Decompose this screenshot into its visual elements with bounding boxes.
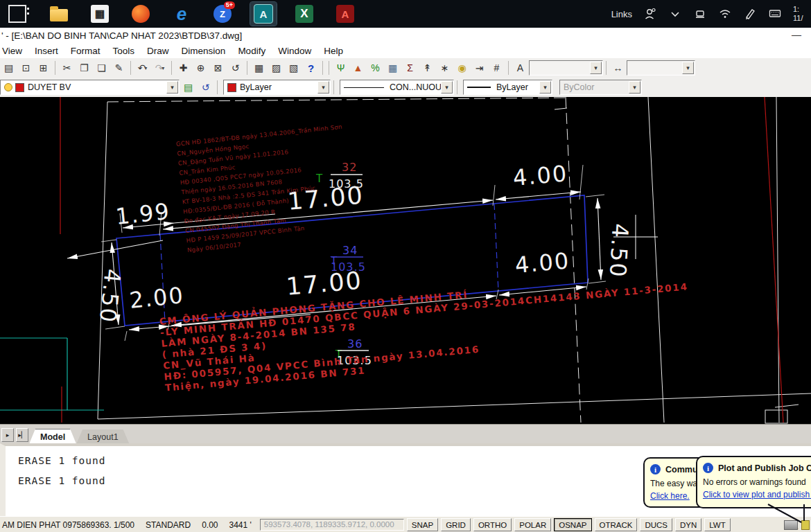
toggle-grid[interactable]: GRID [441, 518, 471, 531]
globe-button[interactable]: ◉ [454, 60, 470, 76]
touch-keyboard-icon[interactable] [768, 7, 782, 21]
hatch-grid-button[interactable]: # [489, 60, 505, 76]
color-combo[interactable]: ByLayer [223, 80, 331, 95]
toggle-osnap[interactable]: OSNAP [554, 518, 591, 531]
parcel-label-34[interactable]: T 34 103.5 [330, 244, 366, 274]
dim-style-button[interactable]: ↔ [610, 60, 626, 76]
pen-icon[interactable] [743, 7, 757, 21]
toggle-otrack[interactable]: OTRACK [595, 518, 638, 531]
leader-button[interactable]: ⇥ [471, 60, 487, 76]
block-editor-button[interactable]: ▧ [286, 60, 302, 76]
lineweight-combo[interactable]: ByLayer [463, 80, 552, 95]
toggle-ducs[interactable]: DUCS [640, 518, 672, 531]
chevron-down-icon[interactable] [668, 7, 682, 21]
menu-draw[interactable]: Draw [141, 44, 175, 57]
tab-layout1[interactable]: Layout1 [76, 429, 129, 444]
toolbar-separator [55, 61, 55, 75]
zoom-previous-button[interactable]: ↺ [227, 60, 243, 76]
balloon-link[interactable]: Click to view plot and publish det [703, 490, 811, 499]
calculator-icon: ▦ [91, 5, 109, 23]
menu-view[interactable]: View [0, 44, 28, 57]
dim-style-icon: ↔ [613, 62, 623, 73]
zoom-window-icon: ⊠ [214, 62, 223, 73]
survey-point-button[interactable]: Ψ [333, 60, 349, 76]
match-properties-button[interactable]: ✎ [111, 60, 127, 76]
taskbar-clock[interactable]: 1: 11/ [793, 5, 808, 23]
notification-badge: 5+ [224, 1, 235, 9]
sum-area-button[interactable]: Σ [402, 60, 418, 76]
toolbar-separator [333, 80, 334, 94]
model-space[interactable]: 1.99 17.00 4.00 4.50 4.50 2.00 17.00 4.0… [0, 97, 811, 424]
taskbar-acrobat[interactable]: A [332, 2, 358, 26]
taskbar-file-explorer[interactable] [46, 2, 72, 26]
dim-style-combo[interactable] [627, 60, 695, 76]
wifi-icon[interactable] [718, 7, 732, 21]
taskbar-browser[interactable] [128, 2, 154, 26]
taskbar-autocad[interactable]: A [250, 2, 277, 26]
color-swatch [227, 83, 236, 92]
linetype-combo[interactable]: CON...NUOUS [340, 80, 454, 95]
tab-nav-last-button[interactable]: ▸▏ [16, 428, 28, 442]
text-style-combo[interactable] [529, 60, 603, 76]
annotation-block-bottom[interactable]: CM ÔNG LÝ QUẢN PHONG TẶNG CHO LÊ MINH TR… [159, 268, 693, 393]
redo-dropdown-arrow: ▾ [162, 65, 164, 71]
menu-format[interactable]: Format [64, 44, 107, 57]
menu-insert[interactable]: Insert [28, 44, 64, 57]
drawing-canvas[interactable]: 1.99 17.00 4.00 4.50 4.50 2.00 17.00 4.0… [0, 97, 811, 424]
text-style-button[interactable]: A [512, 60, 528, 76]
zoom-window-button[interactable]: ⊠ [210, 60, 226, 76]
zoom-realtime-button[interactable]: ⊕ [193, 60, 209, 76]
redo-button[interactable]: ↷▾ [152, 60, 168, 76]
pan-button[interactable]: ✚ [175, 60, 191, 76]
layer-previous-button[interactable]: ↺ [198, 80, 213, 95]
menu-help[interactable]: Help [317, 44, 349, 57]
grid-table-button[interactable]: ▦ [385, 60, 401, 76]
menu-modify[interactable]: Modify [232, 44, 272, 57]
taskbar-edge[interactable]: e [168, 2, 195, 26]
paste-button[interactable]: ❏ [94, 60, 110, 76]
toggle-dyn[interactable]: DYN [675, 518, 701, 531]
device-icon[interactable] [693, 7, 707, 21]
markup-button[interactable]: ▨ [268, 60, 284, 76]
svg-text:34: 34 [342, 244, 358, 257]
print-button[interactable]: ▤ [1, 60, 17, 76]
menu-tools[interactable]: Tools [107, 44, 141, 57]
dim-bottom-left: 2.00 [128, 282, 186, 314]
taskbar-calculator[interactable]: ▦ [87, 2, 113, 26]
help-button[interactable]: ? [303, 60, 319, 76]
people-icon[interactable] [643, 7, 657, 21]
utility-teal-lines[interactable] [0, 338, 104, 410]
terrain-button[interactable]: ▲ [350, 60, 366, 76]
links-toolbar-label[interactable]: Links [611, 9, 632, 19]
menu-dimension[interactable]: Dimension [175, 44, 232, 57]
slope-button[interactable]: % [367, 60, 383, 76]
toolbar-separator [457, 80, 457, 94]
elevation-button[interactable]: ↟ [419, 60, 435, 76]
cut-button[interactable]: ✂ [59, 60, 75, 76]
toggle-polar[interactable]: POLAR [514, 518, 551, 531]
toggle-ortho[interactable]: ORTHO [473, 518, 512, 531]
windows-taskbar: ▦ e Z 5+ A X A Links 1: 11/ [0, 0, 811, 28]
toggle-snap[interactable]: SNAP [407, 518, 438, 531]
excel-icon: X [295, 5, 313, 23]
taskbar-zalo[interactable]: Z 5+ [209, 2, 236, 26]
print-preview-button[interactable]: ⊡ [18, 60, 34, 76]
undo-button[interactable]: ↶▾ [134, 60, 150, 76]
layer-color-swatch [15, 83, 24, 92]
layer-on-icon [4, 83, 12, 91]
tab-nav-forward-button[interactable]: ▸ [1, 428, 14, 442]
sheet-set-manager-button[interactable]: ▦ [251, 60, 267, 76]
copy-button[interactable]: ❐ [76, 60, 92, 76]
tab-model[interactable]: Model [29, 429, 76, 444]
point-insert-button[interactable]: ∗ [437, 60, 453, 76]
task-view-icon[interactable] [8, 5, 26, 23]
lineweight-sample [467, 87, 491, 88]
svg-text:T: T [315, 172, 323, 185]
layer-combo[interactable]: DUYET BV [0, 80, 180, 95]
make-object-layer-current-button[interactable]: ▤ [180, 80, 196, 95]
toggle-lwt[interactable]: LWT [704, 518, 730, 531]
taskbar-excel[interactable]: X [291, 2, 317, 26]
publish-button[interactable]: ⊞ [35, 60, 51, 76]
minimize-button[interactable]: — [792, 29, 801, 40]
menu-window[interactable]: Window [272, 44, 317, 57]
